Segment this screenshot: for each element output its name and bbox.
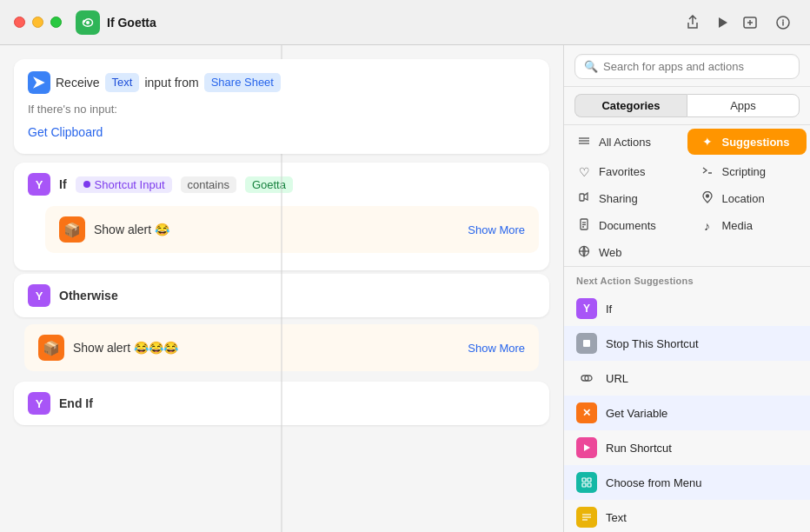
cat-all-actions[interactable]: All Actions [564, 125, 687, 158]
svg-rect-19 [588, 478, 591, 482]
documents-icon [576, 218, 592, 233]
cat-documents-label: Documents [599, 219, 656, 232]
cat-media-label: Media [722, 219, 753, 232]
sharing-icon [576, 191, 592, 206]
otherwise-label: Otherwise [59, 289, 118, 303]
app-icon [76, 10, 100, 35]
add-to-library-button[interactable] [737, 10, 763, 36]
action-label-if: If [606, 303, 612, 316]
scripting-icon [700, 164, 715, 179]
favorites-icon: ♡ [576, 165, 592, 179]
main-area: Receive Text input from Share Sheet If t… [0, 45, 810, 532]
action-item-url[interactable]: URL [564, 361, 810, 396]
media-icon: ♪ [700, 219, 715, 233]
if-header: Y If Shortcut Input contains Goetta [14, 163, 549, 206]
end-if-block: Y End If [14, 382, 549, 425]
shortcut-input-badge[interactable]: Shortcut Input [76, 176, 172, 193]
tab-categories[interactable]: Categories [574, 94, 687, 117]
action-icon-url [576, 368, 597, 389]
sidebar-header-buttons [737, 10, 796, 36]
action-icon-run-shortcut [576, 437, 597, 458]
svg-marker-17 [584, 444, 590, 451]
action-item-stop[interactable]: Stop This Shortcut [564, 326, 810, 361]
end-if-icon: Y [28, 392, 50, 415]
suggestions-icon: ✦ [700, 135, 715, 149]
window-title: If Goetta [107, 16, 685, 30]
no-input-label: If there's no input: [28, 101, 535, 119]
cat-web[interactable]: Web [564, 239, 687, 266]
action-item-run-shortcut[interactable]: Run Shortcut [564, 430, 810, 465]
get-clipboard-link[interactable]: Get Clipboard [28, 123, 535, 142]
svg-rect-8 [580, 194, 584, 201]
play-button[interactable] [714, 15, 730, 30]
action-label-run-shortcut: Run Shortcut [606, 442, 672, 455]
alert-icon-2: 📦 [38, 335, 64, 361]
text-badge[interactable]: Text [105, 73, 140, 93]
svg-marker-1 [719, 17, 727, 28]
otherwise-block: Y Otherwise [14, 274, 549, 317]
svg-point-4 [83, 181, 90, 188]
svg-rect-18 [582, 478, 586, 482]
alert-icon-1: 📦 [59, 216, 85, 243]
web-icon [576, 245, 592, 260]
svg-rect-16 [583, 340, 590, 347]
search-input[interactable] [603, 60, 790, 73]
action-label-choose-menu: Choose from Menu [606, 476, 702, 489]
svg-point-0 [86, 21, 90, 24]
cat-scripting-label: Scripting [722, 165, 767, 178]
next-actions-section: Next Action Suggestions Y If Stop This S… [564, 267, 810, 532]
action-icon-text [576, 507, 597, 528]
show-more-1[interactable]: Show More [468, 223, 525, 236]
if-icon: Y [28, 173, 50, 196]
next-actions-header: Next Action Suggestions [564, 267, 810, 291]
cat-scripting[interactable]: Scripting [687, 158, 811, 185]
action-icon-if: Y [576, 298, 597, 319]
cat-documents[interactable]: Documents [564, 212, 687, 239]
svg-rect-21 [588, 483, 591, 487]
cat-media[interactable]: ♪ Media [687, 212, 811, 239]
location-icon [700, 191, 715, 206]
search-bar: 🔍 [564, 45, 810, 87]
action-icon-get-variable: ✕ [576, 402, 597, 423]
cat-all-actions-label: All Actions [599, 136, 651, 149]
alert-label-1: Show alert 😂 [94, 223, 459, 236]
cat-web-label: Web [599, 246, 622, 259]
action-label-stop: Stop This Shortcut [606, 337, 699, 350]
if-label: If [59, 177, 67, 191]
minimize-button[interactable] [32, 17, 43, 28]
action-label-text: Text [606, 511, 627, 524]
cat-favorites[interactable]: ♡ Favorites [564, 158, 687, 185]
receive-label: Receive [56, 73, 100, 92]
close-button[interactable] [14, 17, 25, 28]
sidebar: 🔍 Categories Apps All Actions [563, 45, 810, 532]
receive-block: Receive Text input from Share Sheet If t… [14, 59, 549, 154]
action-item-get-variable[interactable]: ✕ Get Variable [564, 396, 810, 430]
cat-suggestions-label: Suggestions [722, 136, 790, 149]
show-more-2[interactable]: Show More [468, 342, 525, 355]
otherwise-icon: Y [28, 284, 50, 307]
action-item-choose-menu[interactable]: Choose from Menu [564, 465, 810, 500]
search-icon: 🔍 [584, 60, 598, 73]
workflow-panel: Receive Text input from Share Sheet If t… [0, 45, 563, 532]
cat-suggestions[interactable]: ✦ Suggestions [687, 129, 807, 155]
action-item-text[interactable]: Text [564, 500, 810, 532]
end-if-label: End If [59, 396, 93, 410]
cat-location[interactable]: Location [687, 185, 811, 212]
action-icon-choose-menu [576, 472, 597, 493]
cat-sharing[interactable]: Sharing [564, 185, 687, 212]
title-actions [685, 15, 730, 30]
all-actions-icon [576, 135, 592, 150]
maximize-button[interactable] [50, 17, 62, 28]
share-button[interactable] [685, 15, 700, 30]
cat-location-label: Location [722, 192, 765, 205]
if-block: Y If Shortcut Input contains Goetta 📦 Sh… [14, 163, 549, 270]
info-button[interactable] [770, 10, 796, 36]
input-from-label: input from [144, 73, 198, 92]
contains-badge[interactable]: contains [181, 176, 236, 193]
goetta-badge[interactable]: Goetta [245, 176, 293, 193]
svg-rect-20 [582, 483, 586, 487]
share-sheet-badge[interactable]: Share Sheet [204, 73, 281, 93]
action-item-if[interactable]: Y If [564, 291, 810, 326]
receive-icon [28, 71, 50, 94]
tab-apps[interactable]: Apps [687, 94, 800, 117]
